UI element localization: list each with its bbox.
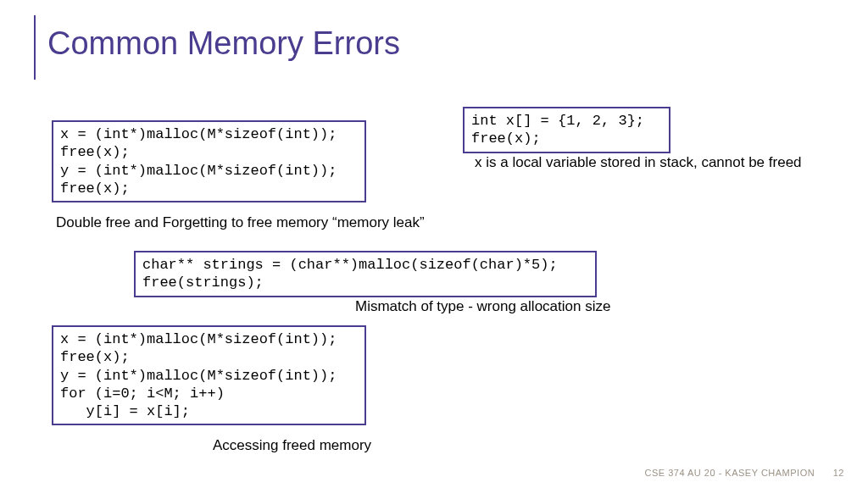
footer-page-number: 12 xyxy=(833,468,844,478)
code-box-stack-free: int x[] = {1, 2, 3}; free(x); xyxy=(463,107,670,153)
code-box-double-free: x = (int*)malloc(M*sizeof(int)); free(x)… xyxy=(52,120,366,202)
caption-double-free: Double free and Forgetting to free memor… xyxy=(56,214,425,231)
slide-footer: CSE 374 AU 20 - KASEY CHAMPION 12 xyxy=(645,468,844,478)
caption-use-after-free: Accessing freed memory xyxy=(213,437,371,454)
title-accent-bar xyxy=(34,15,36,80)
slide-title: Common Memory Errors xyxy=(47,25,400,62)
caption-type-mismatch: Mismatch of type - wrong allocation size xyxy=(355,298,610,315)
code-box-use-after-free: x = (int*)malloc(M*sizeof(int)); free(x)… xyxy=(52,325,366,425)
code-box-type-mismatch: char** strings = (char**)malloc(sizeof(c… xyxy=(134,251,597,297)
caption-stack-free: x is a local variable stored in stack, c… xyxy=(475,154,802,171)
footer-text: CSE 374 AU 20 - KASEY CHAMPION xyxy=(645,468,815,478)
